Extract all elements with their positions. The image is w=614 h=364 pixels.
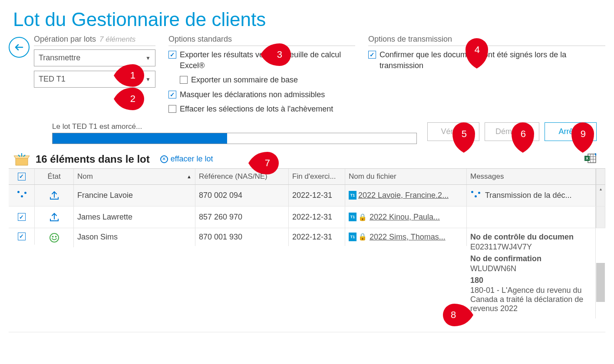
lock-icon: 🔒: [358, 233, 367, 241]
table-row[interactable]: James Lawrette 857 260 970 2022-12-31 T1…: [9, 207, 605, 228]
batch-count-title: 16 éléments dans le lot: [36, 153, 150, 165]
cell-ref: 870 002 094: [195, 185, 289, 206]
cell-file: T1 2022 Lavoie, Francine.2...: [345, 185, 467, 206]
standard-options-label: Options standards: [168, 35, 232, 44]
lock-icon: 🔒: [358, 213, 367, 221]
option-clear-selections[interactable]: Effacer les sélections de lots à l'achèv…: [168, 104, 355, 115]
clear-batch-label: effacer le lot: [171, 154, 213, 164]
smile-icon: [49, 233, 59, 243]
table-row[interactable]: Jason Sims 870 001 930 2022-12-31 T1 🔒 2…: [9, 228, 605, 332]
operation-dropdown-action[interactable]: Transmettre ▼: [34, 49, 155, 66]
scrollbar-header: [596, 169, 605, 184]
svg-marker-1: [16, 157, 28, 165]
checkbox-checked-icon: [168, 51, 176, 59]
file-link[interactable]: 2022 Kinou, Paula...: [370, 213, 440, 222]
cell-message: Transmission de la déc...: [467, 185, 596, 206]
checkbox-checked-icon: [18, 173, 26, 180]
operation-label: Opération par lots: [34, 35, 96, 44]
cell-date: 2022-12-31: [289, 228, 345, 246]
table-row[interactable]: Francine Lavoie 870 002 094 2022-12-31 T…: [9, 185, 605, 207]
svg-point-16: [50, 233, 59, 242]
header-reference[interactable]: Référence (NAS/NE): [195, 169, 289, 184]
progress-label: Le lot TED T1 est amorcé...: [52, 122, 417, 131]
t1-file-icon: T1: [349, 191, 357, 200]
dcn-label: No de contrôle du documen: [470, 233, 592, 242]
cell-name: Jason Sims: [74, 228, 195, 246]
cell-name: Francine Lavoie: [74, 185, 195, 206]
operation-header: Opération par lots 7 éléments: [34, 35, 155, 46]
scrollbar-up-arrow[interactable]: ▴: [596, 185, 605, 193]
dropdown-action-value: Transmettre: [39, 53, 80, 62]
svg-text:X: X: [586, 156, 588, 161]
option-label: Confirmer que les documents ont été sign…: [380, 49, 605, 71]
checkbox-unchecked-icon: [180, 76, 188, 84]
checkbox-unchecked-icon: [168, 105, 176, 113]
msg-body: 180-01 - L'Agence du revenu du Canada a …: [470, 286, 592, 313]
box-icon: [13, 153, 30, 166]
svg-point-17: [52, 236, 53, 237]
dcn-value: E023117WJ4V7Y: [470, 243, 592, 252]
svg-point-18: [55, 236, 56, 237]
msg-code: 180: [470, 276, 592, 285]
file-link[interactable]: 2022 Sims, Thomas...: [370, 233, 446, 242]
header-status[interactable]: État: [35, 169, 74, 184]
cell-message: [467, 207, 596, 228]
transmission-options-label: Options de transmission: [368, 35, 452, 44]
back-button[interactable]: [9, 37, 30, 58]
header-year-end[interactable]: Fin d'exerci...: [289, 169, 345, 184]
cell-message-block: No de contrôle du documen E023117WJ4V7Y …: [467, 228, 596, 318]
chevron-down-icon: ▼: [145, 76, 151, 82]
batch-grid: État Nom▲ Référence (NAS/NE) Fin d'exerc…: [9, 168, 605, 332]
sort-asc-icon: ▲: [187, 174, 191, 179]
progress-bar: [52, 133, 417, 144]
checkbox-checked-icon[interactable]: [18, 213, 26, 221]
upload-icon: [49, 212, 59, 222]
header-name-label: Nom: [77, 172, 93, 181]
conf-label: No de confirmation: [470, 254, 592, 263]
option-label: Exporter un sommaire de base: [191, 75, 355, 85]
option-export-excel[interactable]: Exporter les résultats vers une feuille …: [168, 49, 355, 71]
progress-fill: [53, 133, 227, 144]
header-name[interactable]: Nom▲: [74, 169, 195, 184]
option-label: Exporter les résultats vers une feuille …: [180, 49, 355, 71]
option-label: Effacer les sélections de lots à l'achèv…: [180, 104, 355, 115]
spinner-icon: [470, 190, 481, 200]
message-text: Transmission de la déc...: [485, 191, 571, 200]
file-link[interactable]: 2022 Lavoie, Francine.2...: [358, 191, 449, 200]
chevron-down-icon: ▼: [145, 55, 151, 61]
scrollbar-thumb[interactable]: [596, 263, 605, 302]
t1-file-icon: T1: [349, 213, 357, 221]
cell-name: James Lawrette: [74, 207, 195, 228]
checkbox-checked-icon[interactable]: [18, 233, 26, 240]
header-filename[interactable]: Nom du fichier: [345, 169, 467, 184]
grid-header-row: État Nom▲ Référence (NAS/NE) Fin d'exerc…: [9, 169, 605, 185]
stop-button[interactable]: Arrêter: [545, 122, 597, 141]
clear-batch-button[interactable]: ✕ effacer le lot: [160, 154, 213, 164]
conf-value: WLUDWN6N: [470, 264, 592, 273]
transmission-options-header: Options de transmission: [368, 35, 605, 46]
verify-button[interactable]: Vérifier: [427, 122, 479, 141]
checkbox-checked-icon: [168, 91, 176, 98]
t1-file-icon: T1: [349, 233, 357, 241]
spinner-icon: [17, 190, 27, 200]
option-mask-ineligible[interactable]: Masquer les déclarations non admissibles: [168, 89, 355, 100]
cell-ref: 870 001 930: [195, 228, 289, 246]
page-title: Lot du Gestionnaire de clients: [13, 9, 605, 30]
upload-icon: [49, 190, 59, 200]
standard-options-header: Options standards: [168, 35, 355, 46]
scrollbar-cell: [596, 207, 605, 228]
clear-icon: ✕: [160, 155, 168, 163]
dropdown-type-value: TED T1: [39, 75, 66, 84]
option-label: Masquer les déclarations non admissibles: [180, 89, 355, 100]
option-confirm-signed[interactable]: Confirmer que les documents ont été sign…: [368, 49, 605, 71]
start-button[interactable]: Démarrer: [485, 122, 539, 141]
header-select-all[interactable]: [9, 169, 35, 184]
checkbox-checked-icon: [368, 51, 376, 59]
cell-ref: 857 260 970: [195, 207, 289, 228]
option-export-summary[interactable]: Exporter un sommaire de base: [180, 75, 355, 85]
header-messages[interactable]: Messages: [467, 169, 596, 184]
operation-dropdown-type[interactable]: TED T1 ▼: [34, 71, 155, 88]
export-excel-icon[interactable]: X: [584, 153, 597, 165]
cell-date: 2022-12-31: [289, 185, 345, 206]
cell-file: T1 🔒 2022 Kinou, Paula...: [345, 207, 467, 228]
